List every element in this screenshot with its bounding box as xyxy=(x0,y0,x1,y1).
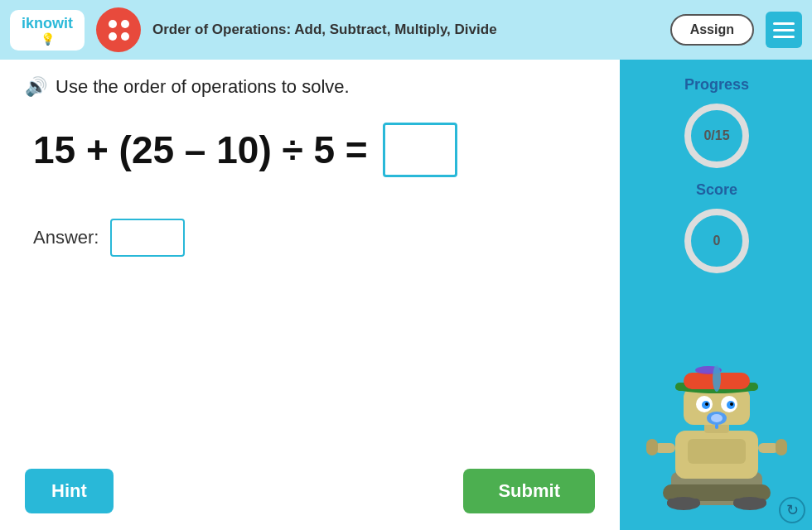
mascot-area xyxy=(630,287,804,522)
menu-button[interactable] xyxy=(766,12,802,48)
dice-icon xyxy=(96,7,141,52)
hamburger-line-1 xyxy=(773,22,795,25)
score-gauge: 0 xyxy=(679,204,754,278)
logo-icon: 💡 xyxy=(41,32,55,46)
hint-button[interactable]: Hint xyxy=(25,469,114,513)
lesson-title: Order of Operations: Add, Subtract, Mult… xyxy=(152,21,659,39)
answer-input[interactable] xyxy=(110,219,185,257)
equation-area: 15 + (25 – 10) ÷ 5 = xyxy=(33,123,595,177)
dice-dots xyxy=(105,17,133,44)
logo: iknowit 💡 xyxy=(10,10,85,51)
instruction-row: 🔊 Use the order of operations to solve. xyxy=(25,76,595,98)
dot-4 xyxy=(121,32,129,41)
progress-gauge: 0/15 xyxy=(679,99,754,173)
question-panel: 🔊 Use the order of operations to solve. … xyxy=(0,60,621,530)
progress-value: 0/15 xyxy=(703,128,729,143)
svg-rect-9 xyxy=(776,439,787,455)
svg-point-24 xyxy=(705,402,708,406)
svg-point-19 xyxy=(713,365,721,392)
svg-rect-11 xyxy=(688,439,746,464)
svg-rect-5 xyxy=(733,499,766,507)
assign-button[interactable]: Assign xyxy=(670,14,754,46)
answer-label: Answer: xyxy=(33,227,99,248)
progress-label: Progress xyxy=(684,76,749,94)
score-section: Score 0 xyxy=(679,181,754,278)
hamburger-line-2 xyxy=(773,29,795,31)
score-label: Score xyxy=(696,181,737,199)
hamburger-line-3 xyxy=(773,36,795,38)
dot-2 xyxy=(121,20,129,28)
main-content: 🔊 Use the order of operations to solve. … xyxy=(0,60,812,530)
svg-point-25 xyxy=(730,402,733,406)
progress-panel: Progress 0/15 Score 0 xyxy=(621,60,812,530)
svg-rect-28 xyxy=(715,424,718,429)
progress-section: Progress 0/15 xyxy=(679,76,754,173)
equation-answer-box xyxy=(383,123,457,177)
svg-rect-7 xyxy=(646,439,658,455)
app-header: iknowit 💡 Order of Operations: Add, Subt… xyxy=(0,0,812,60)
logo-text: iknowit xyxy=(22,15,73,32)
dot-1 xyxy=(109,20,117,28)
equation-text: 15 + (25 – 10) ÷ 5 = xyxy=(33,128,368,172)
answer-row: Answer: xyxy=(33,219,595,257)
robot-mascot xyxy=(646,364,787,522)
score-value: 0 xyxy=(713,234,721,248)
svg-point-27 xyxy=(711,414,723,422)
submit-button[interactable]: Submit xyxy=(463,469,595,513)
instruction-text: Use the order of operations to solve. xyxy=(56,76,350,98)
dot-3 xyxy=(109,32,117,41)
back-arrow-button[interactable]: ↻ xyxy=(779,497,805,523)
speaker-icon[interactable]: 🔊 xyxy=(25,76,47,98)
svg-rect-4 xyxy=(667,499,700,507)
bottom-bar: Hint Submit xyxy=(25,469,595,513)
